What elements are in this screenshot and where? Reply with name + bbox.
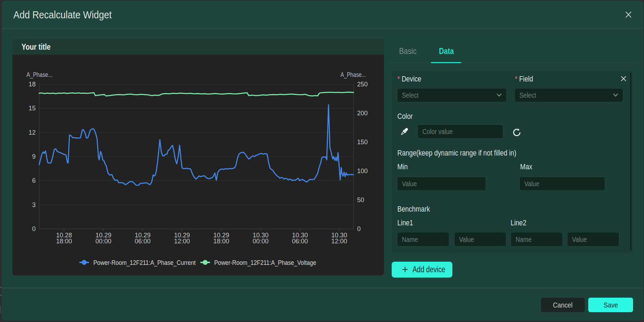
svg-text:3: 3 xyxy=(32,201,36,208)
svg-text:Power-Room_12F211:A_Phase_Volt: Power-Room_12F211:A_Phase_Voltage xyxy=(214,259,316,267)
svg-text:12:00: 12:00 xyxy=(174,238,190,245)
svg-text:50: 50 xyxy=(357,196,364,203)
svg-text:12: 12 xyxy=(29,129,36,136)
svg-text:0: 0 xyxy=(357,225,361,232)
svg-text:9: 9 xyxy=(32,153,36,160)
svg-text:15: 15 xyxy=(29,105,36,112)
svg-text:18: 18 xyxy=(29,81,36,88)
svg-text:100: 100 xyxy=(357,168,368,175)
svg-text:00:00: 00:00 xyxy=(253,238,269,245)
svg-text:12:00: 12:00 xyxy=(331,238,347,245)
svg-text:A_Phase...: A_Phase... xyxy=(26,71,53,79)
svg-text:Power-Room_12F211:A_Phase_Curr: Power-Room_12F211:A_Phase_Current xyxy=(94,259,196,267)
svg-text:18:00: 18:00 xyxy=(213,238,229,245)
svg-text:6: 6 xyxy=(32,177,36,184)
svg-text:06:00: 06:00 xyxy=(135,238,151,245)
svg-text:A_Phase...: A_Phase... xyxy=(341,71,366,79)
svg-text:200: 200 xyxy=(357,110,368,117)
svg-text:06:00: 06:00 xyxy=(292,238,308,245)
svg-text:250: 250 xyxy=(357,81,368,88)
svg-text:0: 0 xyxy=(32,225,36,232)
svg-text:18:00: 18:00 xyxy=(56,238,72,245)
svg-text:00:00: 00:00 xyxy=(95,238,111,245)
svg-text:150: 150 xyxy=(357,139,368,146)
